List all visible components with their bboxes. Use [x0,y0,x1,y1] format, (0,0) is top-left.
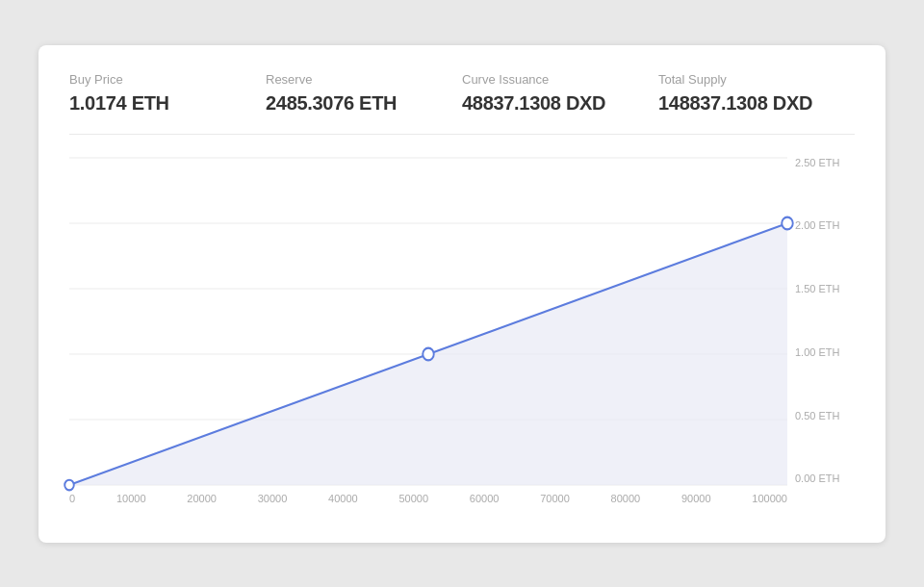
x-label-0: 0 [69,493,75,504]
svg-point-8 [423,347,433,360]
reserve-stat: Reserve 2485.3076 ETH [266,72,462,115]
x-label-60000: 60000 [470,493,500,504]
reserve-label: Reserve [266,72,462,87]
x-label-30000: 30000 [258,493,288,504]
main-card: Buy Price 1.0174 ETH Reserve 2485.3076 E… [38,45,886,543]
x-label-50000: 50000 [398,493,428,504]
y-label-150: 1.50 ETH [795,284,855,294]
stats-row: Buy Price 1.0174 ETH Reserve 2485.3076 E… [69,72,855,135]
y-label-200: 2.00 ETH [795,220,855,231]
x-label-70000: 70000 [540,493,570,504]
y-label-050: 0.50 ETH [795,411,855,421]
buy-price-stat: Buy Price 1.0174 ETH [69,72,266,115]
x-label-10000: 10000 [116,493,146,504]
x-label-40000: 40000 [328,493,358,504]
y-axis: 2.50 ETH 2.00 ETH 1.50 ETH 1.00 ETH 0.50… [787,158,855,485]
reserve-value: 2485.3076 ETH [266,92,462,115]
x-label-90000: 90000 [681,493,711,504]
chart-inner [69,158,787,485]
buy-price-value: 1.0174 ETH [69,92,266,115]
chart-svg [69,158,787,485]
buy-price-label: Buy Price [69,72,266,87]
y-label-250: 2.50 ETH [795,158,855,168]
x-label-100000: 100000 [752,493,787,504]
x-label-80000: 80000 [611,493,641,504]
x-label-20000: 20000 [187,493,217,504]
total-supply-stat: Total Supply 148837.1308 DXD [658,72,855,115]
total-supply-label: Total Supply [658,72,855,87]
curve-issuance-value: 48837.1308 DXD [462,92,658,115]
total-supply-value: 148837.1308 DXD [658,92,855,115]
x-axis: 0 10000 20000 30000 40000 50000 60000 70… [69,485,787,523]
curve-issuance-stat: Curve Issuance 48837.1308 DXD [462,72,658,115]
y-label-100: 1.00 ETH [795,347,855,358]
y-label-000: 0.00 ETH [795,473,855,484]
curve-issuance-label: Curve Issuance [462,72,658,87]
chart-area: 2.50 ETH 2.00 ETH 1.50 ETH 1.00 ETH 0.50… [69,158,855,523]
